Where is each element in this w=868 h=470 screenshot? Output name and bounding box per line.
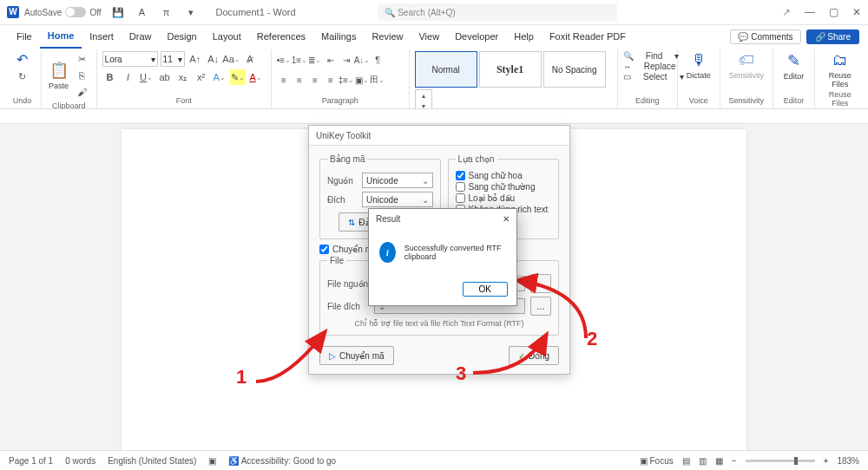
zoom-slider[interactable]	[746, 460, 815, 462]
zoom-in-icon[interactable]: +	[824, 456, 829, 466]
change-case-icon[interactable]: Aa	[224, 51, 240, 67]
tab-help[interactable]: Help	[506, 25, 542, 48]
language[interactable]: English (United States)	[108, 456, 196, 466]
search-box[interactable]: 🔍 Search (Alt+Q)	[378, 3, 617, 21]
show-marks-icon[interactable]: ¶	[371, 53, 385, 67]
find-button[interactable]: 🔍 Find ▾	[623, 51, 679, 61]
zoom-level[interactable]: 183%	[837, 456, 859, 466]
page-count[interactable]: Page 1 of 1	[9, 456, 53, 466]
tab-mailings[interactable]: Mailings	[313, 25, 364, 48]
save-icon[interactable]: 💾	[110, 4, 126, 20]
align-right-icon[interactable]: ≡	[308, 73, 322, 87]
redo-icon[interactable]: ↻	[15, 69, 30, 84]
paste-button[interactable]: 📋 Paste	[47, 61, 70, 90]
tab-design[interactable]: Design	[159, 25, 204, 48]
shrink-font-icon[interactable]: A↓	[206, 51, 221, 67]
equation-icon[interactable]: π	[159, 4, 174, 20]
borders-icon[interactable]: 田	[371, 73, 385, 87]
tab-layout[interactable]: Layout	[205, 25, 249, 48]
ribbon-display-icon[interactable]: ↗	[782, 6, 791, 18]
comments-button[interactable]: 💬 Comments	[730, 29, 800, 44]
web-layout-icon[interactable]: ▦	[715, 456, 723, 466]
chuyen-ma-button[interactable]: ▷Chuyển mã	[319, 346, 394, 365]
ribbon: ↶ ↻ Undo 📋 Paste ✂ ⎘ 🖌 Clipboard Lora▾ 1…	[0, 48, 868, 109]
dong-button[interactable]: ✓Đóng	[509, 346, 559, 365]
comments-label: Comments	[751, 32, 792, 42]
browse-dich-button[interactable]: …	[530, 297, 551, 316]
style-normal[interactable]: Normal	[415, 51, 477, 88]
tab-file[interactable]: File	[9, 25, 40, 48]
zoom-out-icon[interactable]: −	[732, 456, 737, 466]
autosave-toggle[interactable]: AutoSave Off	[24, 7, 102, 17]
opt-sang-chu-thuong[interactable]: Sang chữ thường	[456, 182, 551, 192]
horizontal-ruler[interactable]	[0, 109, 868, 124]
style-nospacing[interactable]: No Spacing	[543, 51, 606, 88]
maximize-icon[interactable]: ▢	[829, 6, 838, 18]
cut-icon[interactable]: ✂	[74, 51, 89, 67]
copy-icon[interactable]: ⎘	[74, 68, 89, 83]
macro-icon[interactable]: ▣	[208, 456, 216, 466]
opt-loai-bo-dau[interactable]: Loại bỏ dấu	[456, 193, 551, 203]
italic-icon[interactable]: I	[121, 69, 136, 85]
focus-mode[interactable]: ▣ Focus	[640, 456, 674, 466]
grow-font-icon[interactable]: A↑	[187, 51, 203, 67]
print-layout-icon[interactable]: ▤	[682, 456, 690, 466]
close-icon[interactable]: ✕	[852, 6, 861, 18]
word-count[interactable]: 0 words	[65, 456, 95, 466]
dictate-button[interactable]: 🎙Dictate	[683, 51, 714, 80]
tab-insert[interactable]: Insert	[82, 25, 122, 48]
multilevel-icon[interactable]: ≣	[308, 53, 322, 67]
underline-icon[interactable]: U	[139, 69, 155, 85]
toggle-off-icon[interactable]	[65, 7, 86, 17]
font-name-combo[interactable]: Lora▾	[102, 51, 158, 67]
align-center-icon[interactable]: ≡	[293, 73, 306, 87]
undo-icon[interactable]: ↶	[15, 51, 30, 67]
bold-icon[interactable]: B	[102, 69, 118, 85]
justify-icon[interactable]: ≡	[324, 73, 338, 87]
result-close-icon[interactable]: ✕	[503, 214, 510, 224]
tab-draw[interactable]: Draw	[122, 25, 160, 48]
shading-icon[interactable]: ▣	[355, 73, 369, 87]
share-button[interactable]: 🔗 Share	[806, 29, 859, 44]
editor-button[interactable]: ✎Editor	[779, 51, 810, 81]
select-button[interactable]: ▭ Select ▾	[623, 72, 684, 82]
tab-home[interactable]: Home	[40, 24, 82, 49]
line-spacing-icon[interactable]: ‡≡	[339, 73, 353, 87]
clear-formatting-icon[interactable]: A̷	[242, 51, 258, 67]
tab-review[interactable]: Review	[364, 25, 411, 48]
reuse-files-button[interactable]: 🗂Reuse Files	[820, 51, 859, 88]
nguon-combo[interactable]: Unicode	[362, 173, 433, 188]
replace-button[interactable]: ↔ Replace	[623, 62, 676, 71]
ok-button[interactable]: OK	[463, 282, 508, 297]
tab-foxit[interactable]: Foxit Reader PDF	[542, 25, 634, 48]
decrease-indent-icon[interactable]: ⇤	[324, 53, 338, 67]
font-formatting-icon[interactable]: A	[135, 4, 150, 20]
style-style1[interactable]: Style1	[479, 51, 542, 88]
opt-sang-chu-hoa[interactable]: Sang chữ hoa	[456, 171, 551, 180]
dich-combo[interactable]: Unicode	[362, 192, 433, 207]
tab-developer[interactable]: Developer	[447, 25, 506, 48]
superscript-icon[interactable]: x²	[194, 69, 209, 85]
numbering-icon[interactable]: 1≡	[293, 53, 306, 67]
strikethrough-icon[interactable]: ab	[157, 69, 173, 85]
accessibility[interactable]: ♿ Accessibility: Good to go	[228, 456, 336, 466]
bullets-icon[interactable]: •≡	[277, 53, 291, 67]
unikey-title-bar[interactable]: UniKey Toolkit	[309, 126, 569, 146]
highlight-icon[interactable]: ✎	[230, 69, 246, 85]
browse-nguon-button[interactable]: …	[530, 274, 551, 293]
tab-references[interactable]: References	[249, 25, 313, 48]
align-left-icon[interactable]: ≡	[277, 73, 291, 87]
sort-icon[interactable]: A↓	[355, 53, 369, 67]
sensitivity-button[interactable]: 🏷Sensitivity	[726, 51, 767, 80]
font-color-icon[interactable]: A	[248, 69, 264, 85]
font-size-combo[interactable]: 11▾	[161, 51, 185, 67]
minimize-icon[interactable]: —	[805, 6, 815, 18]
format-painter-icon[interactable]: 🖌	[74, 84, 89, 100]
subscript-icon[interactable]: x₂	[175, 69, 191, 85]
increase-indent-icon[interactable]: ⇥	[339, 53, 353, 67]
qat-dropdown-icon[interactable]: ▾	[183, 4, 199, 20]
styles-up-icon[interactable]: ▴	[416, 90, 431, 101]
tab-view[interactable]: View	[411, 25, 447, 48]
read-mode-icon[interactable]: ▥	[699, 456, 707, 466]
text-effects-icon[interactable]: A	[212, 69, 227, 85]
